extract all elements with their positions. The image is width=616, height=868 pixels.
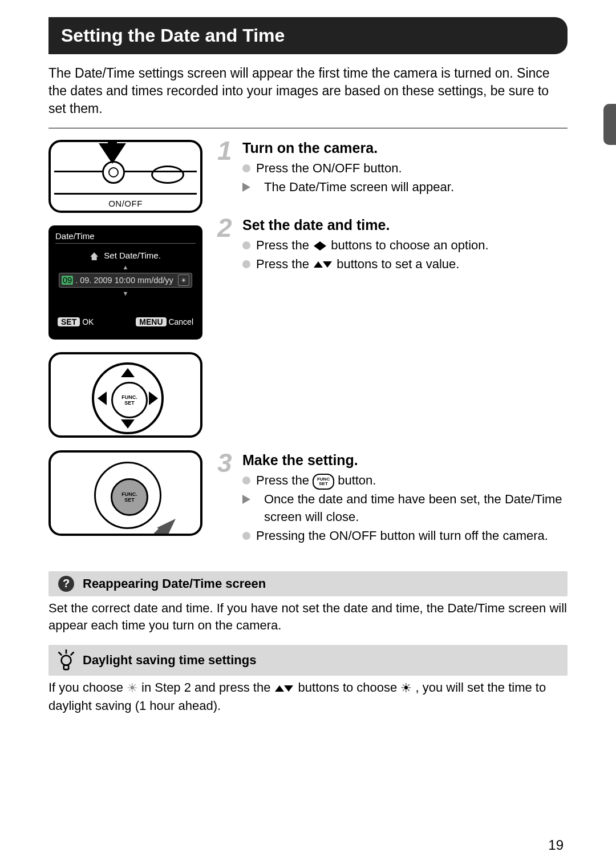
sun-on-icon: ☀︎ [400,680,412,697]
step-2: 2 Set the date and time. Press the butto… [217,217,568,274]
callout-body: Set the correct date and time. If you ha… [48,600,568,635]
up-down-arrows-icon [275,685,293,692]
sun-off-icon: ☀︎ [127,680,138,697]
dpad-right-icon [149,391,158,405]
callout-title: Daylight saving time settings [83,653,256,668]
dt-set-label: Set Date/Time. [55,251,196,260]
callout-body: If you choose ☀︎ in Step 2 and press the… [48,679,568,714]
step-line: The Date/Time screen will appear. [264,179,568,196]
bullet-dot-icon [242,241,250,249]
step-3: 3 Make the setting. Press the FUNCSET bu… [217,452,568,546]
dst-icon: ☀ [178,274,189,286]
up-down-arrows-icon [314,261,332,268]
step-line: Once the date and time have been set, th… [264,491,568,526]
page-title: Setting the Date and Time [48,17,568,54]
onoff-label: ON/OFF [51,199,200,208]
illus-func-press: FUNC.SET [48,450,202,536]
step-line: Press the ON/OFF button. [256,160,568,177]
intro-paragraph: The Date/Time settings screen will appea… [48,64,568,118]
arrow-down-icon [99,143,126,164]
step-title: Set the date and time. [242,217,568,233]
step-number: 1 [217,138,242,197]
chevron-down-icon: ▼ [55,290,196,297]
dpad-down-icon [121,419,135,429]
page-number: 19 [548,837,564,853]
svg-point-3 [62,656,71,665]
bullet-dot-icon [242,164,250,172]
step-1: 1 Turn on the camera. Press the ON/OFF b… [217,140,568,197]
illus-camera-top: ON/OFF [48,140,202,213]
bullet-dot-icon [242,532,250,540]
bullet-dot-icon [242,260,250,268]
dpad-left-icon [98,391,107,405]
step-line: Press the buttons to choose an option. [256,237,568,255]
func-set-badge-icon: FUNCSET [313,474,334,490]
side-tab [603,104,616,145]
step-title: Turn on the camera. [242,140,568,156]
bullet-play-icon [242,495,258,504]
svg-line-2 [71,652,74,655]
chevron-up-icon: ▲ [55,264,196,271]
step-number: 3 [217,450,242,546]
func-set-icon: FUNC.SET [111,382,148,418]
bullet-dot-icon [242,477,250,485]
dt-value: 09 . 09. 2009 10:00 mm/dd/yy ☀ [59,273,192,288]
dpad-up-icon [121,368,135,377]
power-button-icon [102,161,125,184]
press-arrow-icon [157,514,180,536]
step-number: 2 [217,215,242,274]
left-right-arrows-icon [314,241,326,251]
dt-header: Date/Time [55,231,196,244]
illus-dpad: FUNC.SET [48,352,202,438]
separator [48,128,568,128]
step-line: Press the FUNCSET button. [256,472,568,490]
func-set-button-icon: FUNC.SET [111,478,148,516]
step-title: Make the setting. [242,452,568,469]
step-line: Press the buttons to set a value. [256,256,568,273]
question-icon: ? [58,576,74,592]
svg-line-1 [59,652,61,655]
callout-reappearing: ? Reappearing Date/Time screen [48,571,568,596]
svg-rect-4 [64,665,69,669]
callout-dst: Daylight saving time settings [48,645,568,676]
home-icon [90,252,98,260]
lightbulb-icon [56,649,76,671]
illus-datetime-screen: Date/Time Set Date/Time. ▲ 09 . 09. 2009… [48,225,202,340]
step-line: Pressing the ON/OFF button will turn off… [256,527,568,545]
bullet-play-icon [242,183,258,192]
callout-title: Reappearing Date/Time screen [83,576,266,591]
